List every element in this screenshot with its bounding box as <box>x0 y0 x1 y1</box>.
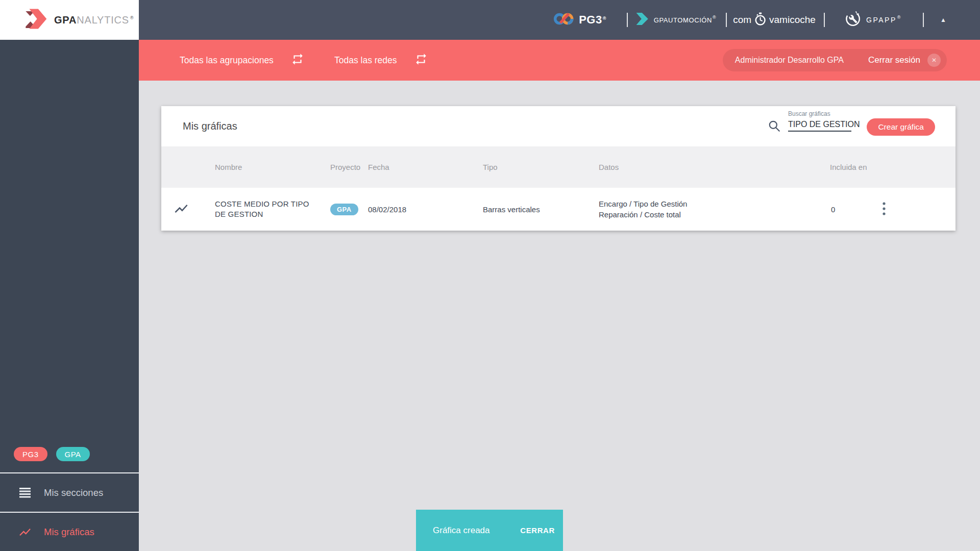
search-input-value: TIPO DE GESTION <box>788 120 851 132</box>
sidebar-item-secciones[interactable]: Mis secciones <box>0 472 139 512</box>
collapse-header-button[interactable]: ▲ <box>940 0 946 40</box>
pg3-infinity-icon <box>553 11 574 29</box>
comvamicoche-brand-link[interactable]: com vamicoche <box>733 0 816 40</box>
logged-user-name: Administrador Desarrollo GPA <box>735 56 844 65</box>
row-project-cell: GPA <box>330 204 368 215</box>
row-data-line1: Encargo / Tipo de Gestión <box>599 198 830 209</box>
sidebar-item-graficas[interactable]: Mis gráficas <box>0 512 139 551</box>
gpautomocion-label: GPAUTOMOCIÓN® <box>654 16 717 24</box>
registered-mark: ® <box>713 15 716 20</box>
gpapp-brand-link[interactable]: GPAPP® <box>845 0 902 40</box>
row-date: 08/02/2018 <box>368 205 483 214</box>
brand-logo-text: GPANALYTICS® <box>54 14 134 26</box>
comvamicoche-suffix: vamicoche <box>769 14 816 26</box>
table-header: Nombre Proyecto Fecha Tipo Datos Incluid… <box>161 146 955 188</box>
gpapp-label: GPAPP® <box>866 16 902 24</box>
header-divider <box>627 13 628 27</box>
sidebar-item-label: Mis gráficas <box>44 527 94 538</box>
pg3-badge[interactable]: PG3 <box>14 447 47 461</box>
filter-bar: Todas las agrupaciones Todas las redes A… <box>139 40 980 81</box>
line-chart-icon <box>17 525 33 539</box>
row-actions-cell <box>877 199 955 219</box>
pg3-brand-link[interactable]: PG3® <box>553 0 606 40</box>
snackbar: Gráfica creada CERRAR <box>416 510 563 551</box>
stopwatch-icon <box>754 12 767 28</box>
sidebar: PG3 GPA Mis secciones Mis gráficas <box>0 40 139 551</box>
card-header: Mis gráficas Buscar gráficas TIPO DE GES… <box>161 106 955 146</box>
logout-close-icon[interactable]: ✕ <box>927 54 941 67</box>
gpautomocion-brand-link[interactable]: GPAUTOMOCIÓN® <box>635 0 717 40</box>
row-chart-name: COSTE MEDIO POR TIPO DE GESTION <box>215 199 320 219</box>
sidebar-item-label: Mis secciones <box>44 487 103 498</box>
session-pill: Administrador Desarrollo GPA Cerrar sesi… <box>723 49 947 71</box>
page-title: Mis gráficas <box>183 106 237 146</box>
col-header-incluida: Incluida en <box>830 163 877 171</box>
registered-mark: ® <box>130 15 134 20</box>
charts-card: Mis gráficas Buscar gráficas TIPO DE GES… <box>161 106 955 231</box>
gpautomocion-arrow-icon <box>635 12 649 28</box>
sidebar-bottom: PG3 GPA Mis secciones Mis gráficas <box>0 447 139 551</box>
project-badge: GPA <box>330 204 358 215</box>
row-type: Barras verticales <box>483 205 599 214</box>
row-data-line2: Reparación / Coste total <box>599 209 830 220</box>
gpapp-wrench-icon <box>845 10 861 30</box>
registered-mark: ® <box>603 16 606 21</box>
table-row[interactable]: COSTE MEDIO POR TIPO DE GESTION GPA 08/0… <box>161 188 955 231</box>
comvamicoche-prefix: com <box>733 14 751 26</box>
search-icon[interactable] <box>768 119 781 135</box>
kebab-menu-icon[interactable] <box>877 199 891 219</box>
row-data-fields: Encargo / Tipo de Gestión Reparación / C… <box>599 198 830 220</box>
col-header-nombre: Nombre <box>215 163 330 171</box>
chart-type-icon <box>161 201 215 218</box>
snackbar-message: Gráfica creada <box>433 525 490 536</box>
col-header-tipo: Tipo <box>483 163 599 171</box>
search-input[interactable]: Buscar gráficas TIPO DE GESTION <box>788 110 851 132</box>
header-divider <box>726 13 727 27</box>
logo-text-light: NALYTICS <box>77 14 129 26</box>
gpa-badge[interactable]: GPA <box>56 447 90 461</box>
hamburger-icon <box>17 488 33 498</box>
groupings-filter-label: Todas las agrupaciones <box>180 55 274 66</box>
networks-filter[interactable]: Todas las redes <box>334 40 428 81</box>
chevron-up-icon: ▲ <box>940 16 946 23</box>
swap-icon <box>414 53 428 68</box>
header-divider <box>923 13 924 27</box>
registered-mark: ® <box>897 15 902 20</box>
row-included-count: 0 <box>830 205 877 214</box>
app-screen: GPANALYTICS® PG3® GPAUTOMOCIÓN® com <box>0 0 980 551</box>
logout-button[interactable]: Cerrar sesión <box>868 55 920 65</box>
pg3-label: PG3® <box>579 13 606 27</box>
logo-text-bold: GPA <box>54 14 77 26</box>
col-header-datos: Datos <box>599 163 830 171</box>
gpa-arrow-logo-icon <box>23 8 47 32</box>
networks-filter-label: Todas las redes <box>334 55 397 66</box>
col-header-fecha: Fecha <box>368 163 483 171</box>
brand-logo[interactable]: GPANALYTICS® <box>0 0 139 40</box>
groupings-filter[interactable]: Todas las agrupaciones <box>180 40 304 81</box>
search-input-label: Buscar gráficas <box>788 110 851 117</box>
col-header-proyecto: Proyecto <box>330 163 368 171</box>
swap-icon <box>291 53 304 68</box>
header-divider <box>824 13 825 27</box>
snackbar-close-button[interactable]: CERRAR <box>520 526 555 535</box>
app-badges: PG3 GPA <box>0 447 139 472</box>
top-header: GPANALYTICS® PG3® GPAUTOMOCIÓN® com <box>0 0 980 40</box>
create-chart-button[interactable]: Crear gráfica <box>867 118 935 136</box>
